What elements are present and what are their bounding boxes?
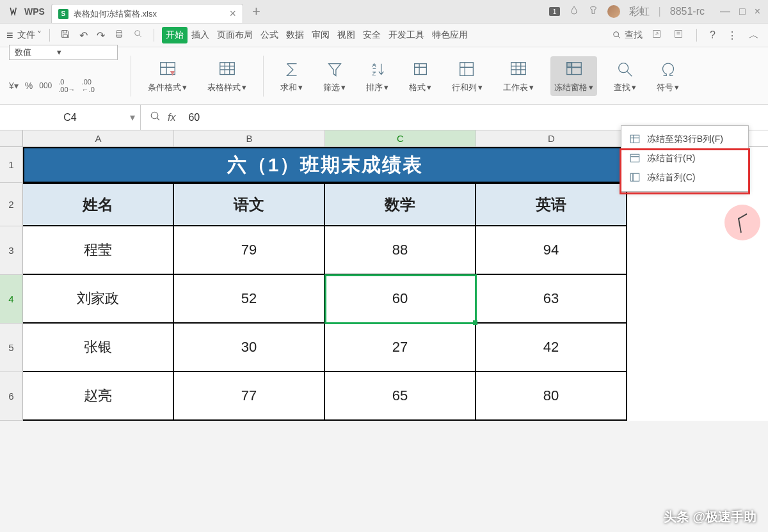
zoom-formula-icon[interactable] [150, 111, 161, 125]
rowcol-button[interactable]: 行和列▾ [448, 56, 486, 96]
hamburger-icon[interactable]: ≡ [6, 29, 13, 42]
table-cell[interactable]: 程莹 [23, 226, 174, 275]
notification-badge[interactable]: 1 [549, 7, 559, 16]
freeze-first-col-item[interactable]: 冻结首列(C) [621, 168, 748, 187]
tab-insert[interactable]: 插入 [188, 27, 213, 43]
tab-formula[interactable]: 公式 [257, 27, 282, 43]
find-ribbon-button[interactable]: 查找▾ [610, 56, 640, 96]
redo-icon[interactable]: ↷ [94, 28, 108, 43]
table-cell[interactable]: 65 [325, 372, 476, 421]
table-cell[interactable]: 张银 [23, 324, 174, 372]
new-tab-button[interactable]: + [243, 3, 269, 20]
format-button[interactable]: 格式▾ [405, 56, 435, 96]
row-header-4[interactable]: 4 [0, 275, 23, 324]
tab-layout[interactable]: 页面布局 [213, 27, 257, 43]
table-cell[interactable]: 52 [174, 275, 325, 324]
col-header-a[interactable]: A [23, 130, 174, 146]
tab-data[interactable]: 数据 [282, 27, 308, 43]
table-cell[interactable]: 42 [476, 324, 627, 372]
row-header-2[interactable]: 2 [0, 183, 23, 226]
save-icon[interactable] [58, 27, 73, 43]
row-header-6[interactable]: 6 [0, 372, 23, 421]
table-cell[interactable]: 刘家政 [23, 275, 174, 324]
formula-input[interactable]: 60 [182, 112, 200, 123]
sum-button[interactable]: 求和▾ [276, 56, 307, 96]
table-cell[interactable]: 77 [174, 372, 325, 421]
share-icon[interactable] [649, 27, 664, 43]
tab-review[interactable]: 审阅 [308, 27, 333, 43]
avatar[interactable] [607, 5, 620, 18]
header-name[interactable]: 姓名 [23, 183, 174, 226]
table-cell[interactable]: 79 [174, 226, 325, 275]
close-tab-icon[interactable]: × [229, 7, 236, 20]
symbol-button[interactable]: 符号▾ [653, 56, 683, 96]
percent-icon[interactable]: % [25, 81, 33, 91]
freeze-panes-button[interactable]: 冻结窗格▾ [550, 56, 597, 96]
table-style-icon [216, 59, 238, 81]
thousands-icon[interactable]: 000 [39, 81, 52, 90]
row-header-5[interactable]: 5 [0, 324, 23, 372]
table-cell[interactable]: 94 [476, 226, 627, 275]
tab-start[interactable]: 开始 [162, 27, 188, 43]
row-header-1[interactable]: 1 [0, 147, 23, 183]
tab-dev[interactable]: 开发工具 [385, 27, 428, 43]
document-tab[interactable]: S 表格如何冻结窗格.xlsx × [51, 4, 243, 23]
row-header-3[interactable]: 3 [0, 226, 23, 275]
collapse-ribbon-icon[interactable]: ︿ [746, 27, 762, 43]
table-cell[interactable]: 88 [325, 226, 476, 275]
chevron-down-icon: ▾ [529, 82, 534, 92]
col-header-b[interactable]: B [174, 130, 325, 146]
pin-icon[interactable] [671, 27, 686, 43]
conditional-format-button[interactable]: 条件格式▾ [144, 56, 191, 96]
help-icon[interactable]: ? [707, 28, 718, 42]
tab-view[interactable]: 视图 [333, 27, 359, 43]
active-cell[interactable]: 60 [325, 275, 476, 324]
table-style-button[interactable]: 表格样式▾ [204, 56, 250, 96]
tab-security[interactable]: 安全 [359, 27, 385, 43]
chevron-down-icon: ▾ [242, 82, 246, 92]
preview-icon[interactable] [131, 27, 146, 43]
cursor-indicator [724, 205, 760, 240]
water-icon[interactable] [569, 5, 579, 18]
fx-icon[interactable]: fx [168, 112, 175, 123]
maximize-icon[interactable]: □ [739, 6, 746, 17]
table-cell[interactable]: 80 [476, 372, 627, 421]
sort-button[interactable]: AZ 排序▾ [362, 56, 392, 96]
table-cell[interactable]: 30 [174, 324, 325, 372]
print-icon[interactable] [111, 27, 127, 43]
undo-icon[interactable]: ↶ [77, 28, 90, 43]
header-english[interactable]: 英语 [476, 183, 627, 226]
svg-rect-19 [630, 173, 639, 181]
find-button[interactable]: 查找 [612, 29, 643, 41]
decrease-decimal-icon[interactable]: .00←.0 [82, 78, 95, 93]
table-cell[interactable]: 27 [325, 324, 476, 372]
filter-button[interactable]: 筛选▾ [319, 56, 349, 96]
worksheet-button[interactable]: 工作表▾ [499, 56, 538, 96]
more-icon[interactable]: ⋮ [724, 28, 740, 43]
freeze-first-row-item[interactable]: 冻结首行(R) [621, 149, 748, 168]
select-all-corner[interactable] [0, 130, 23, 146]
freeze-to-cell-item[interactable]: 冻结至第3行B列(F) [621, 130, 748, 149]
header-math[interactable]: 数学 [325, 183, 476, 226]
spreadsheet-icon: S [58, 9, 68, 19]
header-chinese[interactable]: 语文 [174, 183, 325, 226]
tab-special[interactable]: 特色应用 [428, 27, 472, 43]
table-cell[interactable]: 63 [476, 275, 627, 324]
increase-decimal-icon[interactable]: .0.00→ [58, 78, 75, 93]
chevron-down-icon: ▾ [182, 82, 187, 92]
table-cell[interactable]: 赵亮 [23, 372, 174, 421]
minimize-icon[interactable]: — [720, 6, 730, 17]
col-header-d[interactable]: D [476, 130, 627, 146]
username[interactable]: 彩虹 [629, 5, 650, 19]
number-format-combo[interactable]: 数值▾ [9, 45, 118, 60]
close-window-icon[interactable]: × [755, 6, 760, 17]
file-menu[interactable]: 文件 ˅ [17, 29, 42, 41]
tshirt-icon[interactable] [588, 5, 598, 18]
title-cell[interactable]: 六（1）班期末成绩表 [23, 147, 627, 183]
name-box[interactable]: C4 ▾ [0, 105, 141, 130]
magnifier-icon [614, 59, 636, 81]
col-header-c[interactable]: C [325, 130, 476, 146]
chevron-down-icon: ▾ [57, 47, 61, 57]
number-format-group: 数值▾ ¥▾ % 000 .0.00→ .00←.0 [9, 45, 118, 107]
currency-icon[interactable]: ¥▾ [9, 81, 19, 91]
